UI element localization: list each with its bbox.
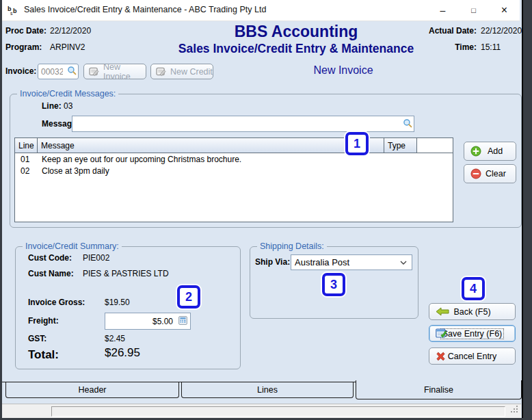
ship-via-label: Ship Via:: [255, 257, 290, 267]
edit-document-icon: [89, 67, 99, 77]
invoice-label: Invoice:: [5, 66, 36, 76]
svg-text:b: b: [13, 8, 17, 14]
cust-code-label: Cust Code:: [28, 253, 72, 263]
time-value: 15:11: [481, 42, 501, 52]
add-button[interactable]: Add: [464, 142, 516, 161]
status-panel: [51, 406, 505, 417]
maximize-button[interactable]: □: [458, 0, 489, 21]
tab-lines[interactable]: Lines: [181, 382, 354, 398]
new-credit-label: New Credit: [170, 67, 213, 77]
status-bar: [2, 404, 521, 418]
annotation-3: 3: [322, 273, 345, 296]
annotation-2: 2: [177, 285, 200, 309]
program-label: Program:: [5, 42, 42, 52]
invoice-number-input[interactable]: [38, 67, 66, 77]
app-icon: bsb: [8, 5, 18, 16]
resize-grip-icon[interactable]: [510, 404, 518, 416]
row-message-text: Keep an eye out for our upcoming Christm…: [38, 155, 453, 164]
column-header-line[interactable]: Line: [15, 138, 38, 153]
new-invoice-label: New Invoice: [103, 62, 146, 81]
add-button-label: Add: [488, 146, 503, 156]
messages-table: Line Message Type 01 Keep an eye out for…: [14, 137, 453, 222]
tab-header[interactable]: Header: [5, 382, 179, 398]
search-icon: [403, 118, 412, 130]
cancel-entry-button[interactable]: Cancel Entry: [429, 347, 516, 365]
time-label: Time:: [427, 42, 477, 52]
freight-label: Freight:: [28, 316, 59, 326]
app-title: BBS Accounting: [235, 23, 358, 41]
cust-name-value: PIES & PASTRIES LTD: [83, 269, 169, 278]
title-bar: bsb Sales Invoice/Credit Entry & Mainten…: [2, 0, 520, 21]
annotation-4: 4: [462, 277, 485, 300]
clear-button-label: Clear: [486, 169, 506, 179]
message-field[interactable]: [72, 116, 414, 132]
new-credit-button[interactable]: New Credit: [150, 64, 213, 79]
chevron-down-icon: [400, 261, 412, 265]
freight-calculator-button[interactable]: [176, 313, 190, 329]
new-invoice-button[interactable]: New Invoice: [83, 64, 146, 79]
row-line-number: 01: [15, 155, 38, 164]
gst-value: $2.45: [105, 334, 125, 343]
mode-status: New Invoice: [313, 64, 373, 77]
freight-input[interactable]: [105, 317, 176, 326]
red-x-icon: [436, 348, 446, 364]
messages-table-header: Line Message Type: [15, 138, 453, 153]
minus-circle-icon: [470, 168, 481, 179]
total-value: $26.95: [105, 346, 140, 360]
program-value: ARPINV2: [50, 42, 85, 52]
arrow-left-icon: [436, 304, 449, 319]
freight-field[interactable]: [105, 313, 191, 330]
message-input[interactable]: [72, 119, 401, 129]
edit-document-icon: [156, 67, 166, 77]
window-title: Sales Invoice/Credit Entry & Maintenance…: [24, 5, 266, 14]
calculator-icon: [178, 316, 187, 327]
row-line-number: 02: [15, 166, 38, 176]
annotation-1: 1: [345, 132, 369, 155]
screen-title: Sales Invoice/Credit Entry & Maintenance: [178, 42, 414, 56]
column-header-filler: [417, 138, 453, 153]
line-value: 03: [64, 101, 72, 111]
shipping-group-label: Shipping Details:: [257, 241, 327, 251]
ship-via-value: Australia Post: [295, 257, 349, 267]
proc-date-value: 22/12/2020: [50, 26, 91, 36]
invoice-gross-label: Invoice Gross:: [28, 298, 85, 307]
window-controls: – □ ×: [427, 0, 520, 21]
screenshot-root: bsb Sales Invoice/Credit Entry & Mainten…: [0, 0, 532, 420]
messages-group: Invoice/Credit Messages: Line: 03 Messag…: [10, 94, 522, 228]
invoice-lookup-button[interactable]: [66, 64, 78, 79]
plus-circle-icon: [470, 146, 481, 157]
column-header-type[interactable]: Type: [384, 138, 417, 153]
save-check-icon: [436, 326, 447, 341]
invoice-number-field[interactable]: [38, 64, 79, 79]
message-lookup-button[interactable]: [401, 116, 414, 131]
table-row[interactable]: 01 Keep an eye out for our upcoming Chri…: [15, 153, 453, 165]
proc-date-label: Proc Date:: [5, 26, 46, 36]
row-message-text: Close at 3pm daily: [38, 166, 453, 176]
messages-group-label: Invoice/Credit Messages:: [17, 89, 118, 99]
line-label: Line:: [42, 101, 62, 111]
cust-name-label: Cust Name:: [28, 269, 74, 278]
actual-date-value: 22/12/2020: [481, 26, 522, 36]
summary-group-label: Invoice/Credit Summary:: [23, 241, 122, 251]
gst-label: GST:: [28, 334, 46, 343]
minimize-button[interactable]: –: [427, 0, 458, 21]
invoice-gross-value: $19.50: [105, 298, 130, 307]
ship-via-select[interactable]: Australia Post: [291, 254, 412, 270]
save-entry-button[interactable]: Save Entry (F6): [429, 325, 516, 342]
column-header-message[interactable]: Message: [38, 138, 384, 153]
close-button[interactable]: ×: [489, 0, 520, 21]
tab-finalise[interactable]: Finalise: [356, 380, 522, 399]
clear-button[interactable]: Clear: [464, 164, 516, 183]
summary-group: Invoice/Credit Summary: Cust Code: PIE00…: [15, 246, 241, 369]
actual-date-label: Actual Date:: [427, 26, 477, 36]
total-label: Total:: [28, 348, 59, 362]
cust-code-value: PIE002: [83, 253, 109, 263]
back-button[interactable]: Back (F5): [429, 303, 516, 320]
search-icon: [67, 66, 77, 77]
table-row[interactable]: 02 Close at 3pm daily: [15, 165, 453, 176]
